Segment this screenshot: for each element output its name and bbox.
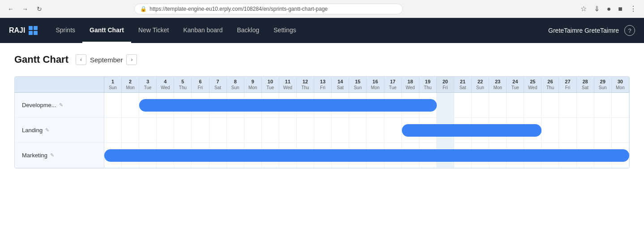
day-cell-1-0 <box>104 118 122 143</box>
nav-item-kanban-board[interactable]: Kanban board <box>176 18 230 43</box>
gantt-row-label-1: Landing✎ <box>15 118 104 143</box>
day-cell-1-12 <box>314 118 332 143</box>
header-day-1: 1Sun <box>104 77 122 92</box>
day-cell-0-23 <box>507 93 524 117</box>
nav-item-sprints[interactable]: Sprints <box>48 18 82 43</box>
gantt-row-days-1 <box>104 118 629 143</box>
row-name-1: Landing <box>22 127 43 134</box>
reload-button[interactable]: ↻ <box>34 4 45 14</box>
header-day-6: 6Fri <box>192 77 209 92</box>
header-day-4: 4Wed <box>157 77 174 92</box>
month-nav: ‹ September › <box>76 54 137 65</box>
header-day-28: 28Sat <box>577 77 594 92</box>
gantt-row-0: Developme...✎ <box>15 93 629 118</box>
day-cell-1-11 <box>297 118 314 143</box>
day-cell-1-9 <box>262 118 279 143</box>
nav-item-gantt-chart[interactable]: Gantt Chart <box>82 18 131 43</box>
header-day-23: 23Mon <box>489 77 507 92</box>
browser-chrome: ← → ↻ 🔒 https://template-engine-eu10.erp… <box>0 0 644 18</box>
header-day-12: 12Thu <box>297 77 314 92</box>
day-cell-1-26 <box>559 118 576 143</box>
day-cell-1-8 <box>244 118 262 143</box>
header-day-2: 2Mon <box>122 77 139 92</box>
day-cell-1-4 <box>174 118 192 143</box>
header-day-25: 25Wed <box>524 77 542 92</box>
back-button[interactable]: ← <box>5 4 16 14</box>
day-cell-1-27 <box>577 118 594 143</box>
header-day-13: 13Fri <box>314 77 332 92</box>
edit-icon-0[interactable]: ✎ <box>59 102 63 108</box>
day-cell-1-16 <box>384 118 402 143</box>
header-day-11: 11Wed <box>279 77 297 92</box>
day-cell-1-14 <box>349 118 367 143</box>
day-cell-1-1 <box>122 118 139 143</box>
day-cell-0-27 <box>577 93 594 117</box>
edit-icon-1[interactable]: ✎ <box>45 127 49 133</box>
header-day-24: 24Tue <box>507 77 524 92</box>
header-day-19: 19Thu <box>419 77 437 92</box>
nav-items: Sprints Gantt Chart New Ticket Kanban bo… <box>48 18 548 43</box>
gantt-row-label-0: Developme...✎ <box>15 93 104 117</box>
gantt-bar-1[interactable] <box>402 124 542 137</box>
next-month-button[interactable]: › <box>126 54 137 65</box>
day-cell-0-21 <box>472 93 489 117</box>
logo-grid-icon <box>29 26 38 35</box>
header-day-30: 30Mon <box>612 77 629 92</box>
gantt-bar-2[interactable] <box>104 149 629 162</box>
day-cell-0-24 <box>524 93 542 117</box>
nav-item-backlog[interactable]: Backlog <box>230 18 266 43</box>
page-header: Gantt Chart ‹ September › <box>14 54 630 65</box>
header-day-14: 14Sat <box>332 77 349 92</box>
nav-item-settings[interactable]: Settings <box>266 18 303 43</box>
header-day-26: 26Thu <box>542 77 559 92</box>
day-cell-1-13 <box>332 118 349 143</box>
gantt-bar-0[interactable] <box>139 99 437 112</box>
nav-right: GreteTaimre GreteTaimre ? <box>548 25 635 36</box>
day-cell-1-29 <box>612 118 629 143</box>
day-cell-0-25 <box>542 93 559 117</box>
gantt-days-header: 1Sun2Mon3Tue4Wed5Thu6Fri7Sat8Sun9Mon10Tu… <box>104 77 629 92</box>
download-button[interactable]: ⇓ <box>592 3 601 15</box>
page-title: Gantt Chart <box>14 54 68 65</box>
day-cell-1-6 <box>209 118 227 143</box>
month-label: September <box>90 56 123 64</box>
gantt-chart: 1Sun2Mon3Tue4Wed5Thu6Fri7Sat8Sun9Mon10Tu… <box>14 76 630 169</box>
day-cell-1-7 <box>227 118 244 143</box>
menu-button[interactable]: ⋮ <box>628 3 639 15</box>
user-name: GreteTaimre GreteTaimre <box>548 27 619 34</box>
edit-icon-2[interactable]: ✎ <box>50 152 54 158</box>
header-day-16: 16Mon <box>367 77 384 92</box>
day-cell-0-28 <box>594 93 612 117</box>
forward-button[interactable]: → <box>20 4 30 14</box>
day-cell-1-10 <box>279 118 297 143</box>
logo-text: RAJI <box>9 26 25 35</box>
gantt-label-col-header <box>15 77 104 92</box>
url-text: https://template-engine-eu10.erply.com/1… <box>149 6 328 12</box>
logo[interactable]: RAJI <box>9 26 38 35</box>
help-button[interactable]: ? <box>624 25 635 36</box>
nav-item-new-ticket[interactable]: New Ticket <box>131 18 176 43</box>
header-day-22: 22Sun <box>472 77 489 92</box>
header-day-9: 9Mon <box>244 77 262 92</box>
header-day-5: 5Thu <box>174 77 192 92</box>
header-day-29: 29Sun <box>594 77 612 92</box>
day-cell-1-3 <box>157 118 174 143</box>
browser-actions: ☆ ⇓ ● ■ ⋮ <box>579 3 639 15</box>
gantt-row-label-2: Marketing✎ <box>15 143 104 168</box>
day-cell-0-20 <box>454 93 472 117</box>
header-day-20: 20Fri <box>437 77 454 92</box>
header-day-21: 21Sat <box>454 77 472 92</box>
top-nav: RAJI Sprints Gantt Chart New Ticket Kanb… <box>0 18 644 43</box>
day-cell-0-19 <box>437 93 454 117</box>
profile-button[interactable]: ● <box>605 3 613 15</box>
header-day-15: 15Sun <box>349 77 367 92</box>
gantt-header-row: 1Sun2Mon3Tue4Wed5Thu6Fri7Sat8Sun9Mon10Tu… <box>15 77 629 93</box>
header-day-17: 17Tue <box>384 77 402 92</box>
header-day-27: 27Fri <box>559 77 576 92</box>
address-bar[interactable]: 🔒 https://template-engine-eu10.erply.com… <box>134 4 403 14</box>
bookmark-button[interactable]: ☆ <box>579 3 589 15</box>
gantt-body: Developme...✎Landing✎Marketing✎ <box>15 93 629 168</box>
day-cell-0-22 <box>489 93 507 117</box>
prev-month-button[interactable]: ‹ <box>76 54 86 65</box>
extension-button[interactable]: ■ <box>616 3 624 15</box>
